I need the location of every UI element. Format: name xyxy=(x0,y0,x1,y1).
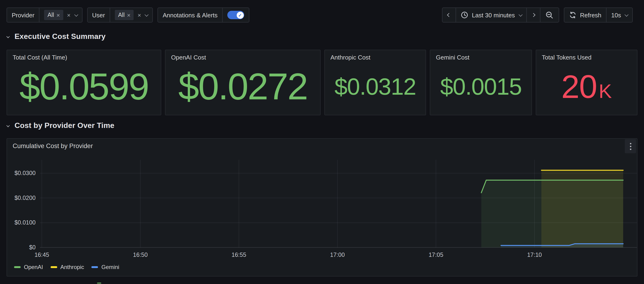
legend-swatch xyxy=(92,266,98,268)
legend-item-openai[interactable]: OpenAI xyxy=(14,264,43,270)
refresh-group: Refresh 10s xyxy=(564,8,633,22)
time-series-chart: $0.0300$0.0200$0.0100$016:4516:5016:5517… xyxy=(7,139,638,262)
time-range-label: Last 30 minutes xyxy=(472,12,515,18)
x-axis-label: 17:00 xyxy=(330,252,345,258)
stat-title[interactable]: Total Cost (All Time) xyxy=(7,50,161,61)
legend-label: OpenAI xyxy=(24,264,43,270)
filter-provider-value[interactable]: All × × xyxy=(39,8,82,22)
stat-value: 20 xyxy=(561,70,597,103)
panel-title[interactable]: Cumulative Cost by Provider xyxy=(13,142,93,149)
dashboard-toolbar: Provider All × × User All × xyxy=(6,8,633,22)
stat-value: $0.0015 xyxy=(440,75,522,98)
chevron-left-icon xyxy=(447,13,451,17)
y-axis-label: $0 xyxy=(29,244,36,250)
y-axis-label: $0.0100 xyxy=(14,219,36,226)
legend-item-anthropic[interactable]: Anthropic xyxy=(50,264,84,270)
filter-provider: Provider All × × xyxy=(6,8,82,22)
chart-panel: $0.0300$0.0200$0.0100$016:4516:5016:5517… xyxy=(6,138,638,276)
section-executive-cost-summary[interactable]: Executive Cost Summary xyxy=(6,32,106,41)
x-axis-label: 16:45 xyxy=(34,252,49,258)
legend-label: Gemini xyxy=(102,264,119,270)
clock-icon xyxy=(460,11,468,19)
stat-value: $0.0599 xyxy=(20,68,148,105)
annotations-label: Annotations & Alerts xyxy=(158,8,222,22)
chip-value: All xyxy=(48,12,54,18)
chip-remove-icon[interactable]: × xyxy=(56,12,60,18)
x-axis-label: 16:50 xyxy=(133,252,148,258)
grafana-dashboard: Provider All × × User All × xyxy=(0,0,644,284)
filter-user-chip[interactable]: All × xyxy=(115,10,134,20)
refresh-button[interactable]: Refresh xyxy=(564,8,606,22)
magnifier-minus-icon xyxy=(545,11,553,19)
filter-clear-icon[interactable]: × xyxy=(138,12,141,18)
stat-panel: Anthropic Cost$0.0312 xyxy=(324,50,426,115)
y-axis-label: $0.0300 xyxy=(14,170,36,176)
chevron-down-icon[interactable] xyxy=(144,13,148,17)
stat-value-suffix: K xyxy=(599,81,612,101)
legend-label: Anthropic xyxy=(60,264,84,270)
stat-panel: OpenAI Cost$0.0272 xyxy=(165,50,320,115)
time-controls: Last 30 minutes xyxy=(442,8,633,22)
y-axis-label: $0.0200 xyxy=(14,194,36,201)
refresh-interval-picker[interactable]: 10s xyxy=(606,8,632,22)
time-range-picker[interactable]: Last 30 minutes xyxy=(455,8,526,22)
time-shift-forward-button[interactable] xyxy=(526,8,540,22)
chart-legend: OpenAIAnthropicGemini xyxy=(14,264,119,270)
stat-panel: Gemini Cost$0.0015 xyxy=(430,50,532,115)
stat-title[interactable]: Total Tokens Used xyxy=(536,50,637,61)
partial-next-panel xyxy=(97,282,101,284)
x-axis-label: 17:10 xyxy=(527,252,542,258)
chevron-down-icon[interactable] xyxy=(74,13,78,17)
stat-panel: Total Cost (All Time)$0.0599 xyxy=(6,50,161,115)
stat-value: $0.0272 xyxy=(178,68,307,105)
refresh-label: Refresh xyxy=(580,12,601,18)
filter-user-label: User xyxy=(88,8,110,22)
chevron-down-icon xyxy=(518,13,522,17)
chevron-right-icon xyxy=(531,13,535,17)
sync-icon xyxy=(569,11,576,19)
chip-value: All xyxy=(118,12,125,18)
annotations-toggle-seg: ✓ xyxy=(222,8,249,22)
stats-row: Total Cost (All Time)$0.0599OpenAI Cost$… xyxy=(6,50,638,115)
chevron-down-icon xyxy=(6,35,10,38)
x-axis-label: 16:55 xyxy=(232,252,246,258)
toggle-check-icon: ✓ xyxy=(236,12,244,18)
stat-title[interactable]: Anthropic Cost xyxy=(325,50,426,61)
legend-swatch xyxy=(14,266,20,268)
filter-provider-chip[interactable]: All × xyxy=(44,10,63,20)
panel-header: Cumulative Cost by Provider xyxy=(7,139,637,153)
variable-controls: Provider All × × User All × xyxy=(6,8,249,22)
section-cost-by-provider[interactable]: Cost by Provider Over Time xyxy=(6,122,114,130)
stat-title[interactable]: Gemini Cost xyxy=(430,50,532,61)
annotations-control: Annotations & Alerts ✓ xyxy=(158,8,249,22)
chevron-down-icon xyxy=(6,124,10,127)
time-picker-group: Last 30 minutes xyxy=(442,8,559,22)
series-fill-anthropic xyxy=(541,170,623,248)
zoom-out-button[interactable] xyxy=(540,8,558,22)
time-shift-back-button[interactable] xyxy=(442,8,455,22)
filter-clear-icon[interactable]: × xyxy=(67,12,70,18)
stat-panel: Total Tokens Used20K xyxy=(536,50,638,115)
filter-provider-label: Provider xyxy=(7,8,39,22)
refresh-interval: 10s xyxy=(611,12,621,18)
filter-user: User All × × xyxy=(87,8,153,22)
chip-remove-icon[interactable]: × xyxy=(127,12,130,18)
section-title: Cost by Provider Over Time xyxy=(14,122,114,130)
legend-swatch xyxy=(50,266,57,268)
annotations-toggle[interactable]: ✓ xyxy=(227,11,244,19)
x-axis-label: 17:05 xyxy=(429,252,444,258)
section-title: Executive Cost Summary xyxy=(14,32,106,41)
stat-title[interactable]: OpenAI Cost xyxy=(166,50,320,61)
legend-item-gemini[interactable]: Gemini xyxy=(92,264,119,270)
stat-value: $0.0312 xyxy=(334,75,416,98)
filter-user-value[interactable]: All × × xyxy=(110,8,152,22)
chevron-down-icon xyxy=(624,13,628,17)
panel-menu-button[interactable] xyxy=(625,139,636,153)
